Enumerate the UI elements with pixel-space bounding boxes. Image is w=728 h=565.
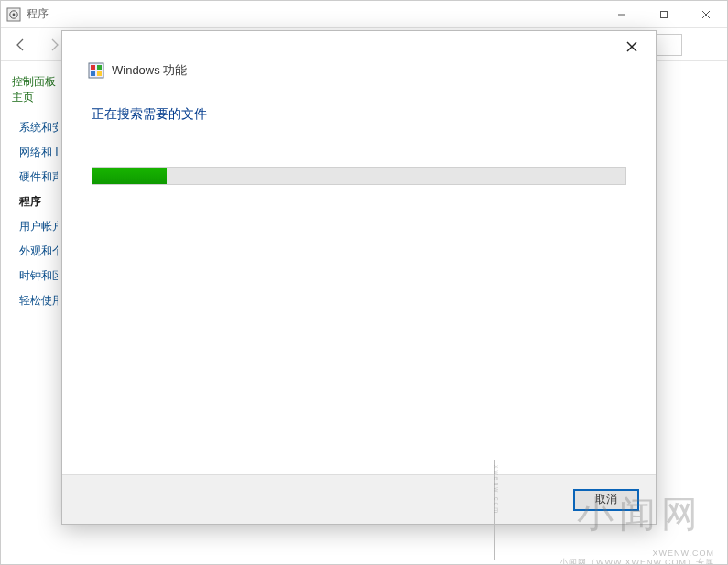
- sidebar-item-clock[interactable]: 时钟和区域: [12, 268, 58, 284]
- sidebar-item-programs[interactable]: 程序: [12, 194, 58, 210]
- cancel-button[interactable]: 取消: [573, 489, 639, 511]
- control-panel-home-link[interactable]: 控制面板主页: [12, 74, 58, 105]
- sidebar-item-ease[interactable]: 轻松使用: [12, 293, 58, 309]
- window-title: 程序: [27, 6, 601, 22]
- dialog-title: Windows 功能: [112, 62, 187, 79]
- sidebar: 控制面板主页 系统和安全 网络和 Internet 硬件和声音 程序 用户帐户 …: [1, 61, 61, 564]
- dialog-header: Windows 功能: [62, 62, 656, 88]
- sidebar-item-users[interactable]: 用户帐户: [12, 219, 58, 234]
- sidebar-item-network[interactable]: 网络和 Internet: [12, 145, 58, 160]
- dialog-close-button[interactable]: [617, 34, 647, 60]
- windows-features-icon: [88, 62, 104, 79]
- minimize-button[interactable]: [601, 1, 643, 28]
- close-button[interactable]: [685, 1, 727, 28]
- progress-bar: [92, 167, 626, 185]
- window-buttons: [601, 1, 727, 28]
- sidebar-item-system[interactable]: 系统和安全: [12, 120, 58, 136]
- maximize-button[interactable]: [643, 1, 685, 28]
- svg-rect-12: [91, 71, 95, 76]
- svg-point-2: [13, 13, 16, 16]
- app-icon: [6, 7, 21, 22]
- svg-rect-11: [97, 65, 102, 70]
- dialog-footer: 取消: [62, 474, 656, 524]
- sidebar-item-hardware[interactable]: 硬件和声音: [12, 169, 58, 185]
- window-titlebar: 程序: [1, 1, 727, 28]
- dialog-status-text: 正在搜索需要的文件: [92, 106, 626, 123]
- back-button[interactable]: [8, 32, 34, 58]
- windows-features-dialog: Windows 功能 正在搜索需要的文件 取消: [61, 30, 657, 525]
- svg-rect-13: [97, 71, 102, 76]
- svg-rect-4: [661, 11, 668, 17]
- svg-rect-10: [91, 65, 95, 70]
- progress-fill: [92, 168, 167, 184]
- sidebar-item-appearance[interactable]: 外观和个性化: [12, 244, 58, 259]
